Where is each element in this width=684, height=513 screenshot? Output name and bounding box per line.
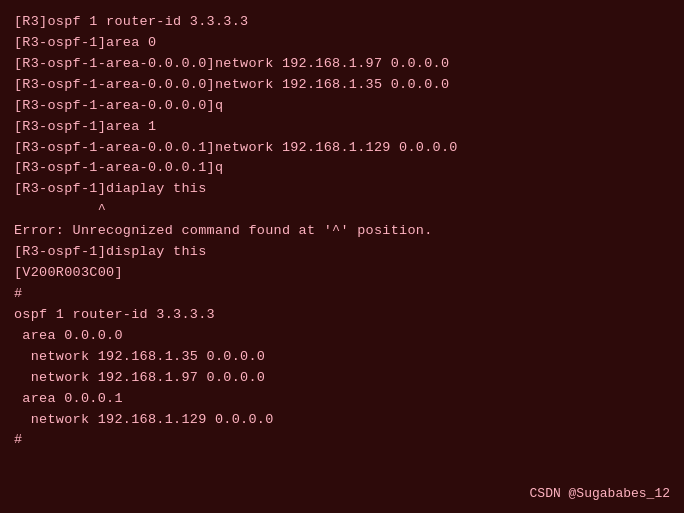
terminal-line: [R3]ospf 1 router-id 3.3.3.3 — [14, 12, 670, 33]
terminal-line: [R3-ospf-1-area-0.0.0.1]q — [14, 158, 670, 179]
terminal-line: [R3-ospf-1-area-0.0.0.0]network 192.168.… — [14, 54, 670, 75]
terminal-line: Error: Unrecognized command found at '^'… — [14, 221, 670, 242]
terminal-line: [R3-ospf-1]area 0 — [14, 33, 670, 54]
terminal-line: ospf 1 router-id 3.3.3.3 — [14, 305, 670, 326]
terminal-line: network 192.168.1.35 0.0.0.0 — [14, 347, 670, 368]
terminal-line: [R3-ospf-1-area-0.0.0.0]q — [14, 96, 670, 117]
terminal-line: area 0.0.0.1 — [14, 389, 670, 410]
terminal-line: [R3-ospf-1]display this — [14, 242, 670, 263]
terminal-line: [V200R003C00] — [14, 263, 670, 284]
terminal-line: [R3-ospf-1-area-0.0.0.1]network 192.168.… — [14, 138, 670, 159]
terminal-line: [R3-ospf-1]diaplay this — [14, 179, 670, 200]
terminal-line: # — [14, 284, 670, 305]
terminal-line: network 192.168.1.129 0.0.0.0 — [14, 410, 670, 431]
terminal-line: network 192.168.1.97 0.0.0.0 — [14, 368, 670, 389]
terminal-line: area 0.0.0.0 — [14, 326, 670, 347]
terminal-line: [R3-ospf-1]area 1 — [14, 117, 670, 138]
watermark: CSDN @Sugababes_12 — [530, 486, 670, 501]
terminal-line: # — [14, 430, 670, 451]
terminal-line: ^ — [14, 200, 670, 221]
terminal-window: [R3]ospf 1 router-id 3.3.3.3[R3-ospf-1]a… — [0, 0, 684, 513]
terminal-line: [R3-ospf-1-area-0.0.0.0]network 192.168.… — [14, 75, 670, 96]
